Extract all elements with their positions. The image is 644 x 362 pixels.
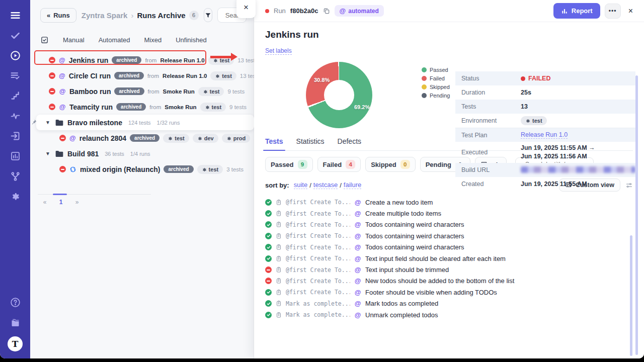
- filter-passed[interactable]: Passed9: [265, 157, 313, 172]
- test-row[interactable]: @first Create To...@Todos containing wei…: [265, 230, 633, 241]
- test-title[interactable]: Todos containing weird characters: [365, 221, 464, 228]
- back-to-runs-button[interactable]: « Runs: [40, 8, 76, 23]
- pulse-icon[interactable]: [9, 110, 21, 122]
- tab-unfinished[interactable]: Unfinished: [176, 36, 206, 44]
- detail-close-button[interactable]: ×: [625, 7, 636, 16]
- tab-defects[interactable]: Defects: [338, 137, 361, 145]
- tag-prod[interactable]: prod: [222, 134, 250, 143]
- test-title[interactable]: Create multiple todo items: [365, 210, 441, 217]
- projects-folder-icon[interactable]: [9, 316, 21, 328]
- test-suite[interactable]: Mark as complete...: [286, 300, 350, 307]
- test-row[interactable]: @first Create To...@Create a new todo it…: [265, 197, 633, 208]
- run-row-teamcity[interactable]: @ Teamcity run archived from Smoke Run t…: [30, 99, 254, 115]
- test-row[interactable]: @first Create To...@Todos containing wei…: [265, 219, 633, 230]
- test-title[interactable]: New todos should be added to the bottom …: [365, 277, 514, 285]
- tab-statistics[interactable]: Statistics: [296, 137, 325, 145]
- build-url-redacted-link[interactable]: [521, 166, 635, 173]
- test-row[interactable]: Mark as complete...@Unmark completed tod…: [265, 309, 633, 320]
- filter-skipped[interactable]: Skipped0: [365, 157, 416, 172]
- test-title[interactable]: Create a new todo item: [365, 199, 433, 206]
- test-row[interactable]: @first Create To...@Todos containing wei…: [265, 242, 633, 253]
- tab-manual[interactable]: Manual: [63, 36, 85, 44]
- run-row-circleci[interactable]: @ Circle CI run archived from Release Ru…: [30, 68, 254, 83]
- report-button[interactable]: Report: [553, 3, 600, 19]
- pagination-next[interactable]: »: [70, 199, 84, 206]
- panel-close-button[interactable]: ×: [236, 0, 256, 18]
- chevron-down-icon[interactable]: ▼: [45, 120, 51, 125]
- tab-tests[interactable]: Tests: [265, 137, 283, 145]
- sort-by-testcase[interactable]: testcase: [313, 181, 338, 189]
- chevron-down-icon[interactable]: ▼: [45, 151, 51, 156]
- test-suite[interactable]: @first Create To...: [286, 278, 350, 285]
- test-suite[interactable]: @first Create To...: [286, 266, 350, 274]
- test-title[interactable]: Unmark completed todos: [365, 311, 438, 319]
- help-icon[interactable]: [9, 296, 21, 308]
- test-row[interactable]: @first Create To...@New todos should be …: [265, 276, 633, 287]
- test-suite[interactable]: @first Create To...: [286, 244, 350, 251]
- tag-test[interactable]: test: [163, 134, 189, 143]
- select-runs-icon[interactable]: [40, 36, 49, 44]
- tag-test[interactable]: test: [200, 103, 226, 112]
- failed-status-icon: [59, 166, 66, 172]
- pagination-page-1[interactable]: 1: [54, 199, 68, 206]
- steps-icon[interactable]: [9, 89, 21, 102]
- analytics-icon[interactable]: [9, 150, 21, 162]
- test-suite[interactable]: @first Create To...: [286, 210, 350, 217]
- test-suite[interactable]: Mark as complete...: [286, 311, 350, 318]
- test-title[interactable]: Text input field should be cleared after…: [365, 255, 506, 262]
- clipboard-icon: [276, 210, 282, 217]
- filter-failed[interactable]: Failed4: [317, 157, 361, 172]
- more-actions-button[interactable]: •••: [605, 4, 621, 19]
- run-row-jenkins[interactable]: @ Jenkins run archived from Release Run …: [30, 52, 254, 68]
- folder-row-build-981[interactable]: ▼ Build 981 36 tests 1/4 runs: [30, 146, 254, 161]
- tag-test[interactable]: test: [197, 165, 223, 174]
- tag-test[interactable]: test: [208, 56, 234, 65]
- tag-test[interactable]: test: [210, 71, 236, 80]
- pagination-prev[interactable]: «: [38, 199, 52, 206]
- user-avatar[interactable]: T: [8, 336, 23, 351]
- run-row-relaunch-2804[interactable]: @ relaunch 2804 archived test dev prod 1…: [30, 130, 254, 146]
- sort-by-suite[interactable]: suite: [294, 181, 307, 189]
- test-row[interactable]: @first Create To...@Text input field sho…: [265, 253, 633, 264]
- branch-icon[interactable]: [9, 170, 21, 182]
- results-donut-chart: 30.8% 69.2%: [306, 62, 372, 128]
- run-row-mixed-origin[interactable]: mixed origin (Relaunch) archived test 3 …: [30, 161, 254, 177]
- test-title[interactable]: Footer should be visible when adding TOD…: [365, 289, 497, 296]
- test-suite[interactable]: @first Create To...: [286, 255, 350, 262]
- import-icon[interactable]: [9, 130, 21, 142]
- folder-row-bravo-milestone[interactable]: ▼ Bravo milestone 124 tests 1/32 runs: [36, 115, 254, 130]
- tag-dev[interactable]: dev: [193, 134, 218, 143]
- set-labels-link[interactable]: Set labels: [265, 47, 292, 55]
- filter-button[interactable]: [204, 8, 212, 22]
- test-suite[interactable]: @first Create To...: [286, 199, 350, 206]
- sort-by-failure[interactable]: failure: [344, 181, 361, 189]
- runs-play-icon[interactable]: [9, 49, 21, 61]
- copy-icon[interactable]: [323, 8, 330, 15]
- panel-scrollbar[interactable]: [635, 75, 638, 355]
- test-row[interactable]: @first Create To...@Create multiple todo…: [265, 208, 633, 219]
- test-title[interactable]: Todos containing weird characters: [365, 232, 464, 240]
- list-check-icon[interactable]: [9, 69, 21, 81]
- test-row[interactable]: @first Create To...@Footer should be vis…: [265, 287, 633, 298]
- tab-automated[interactable]: Automated: [99, 36, 130, 44]
- tag-test[interactable]: test: [198, 87, 224, 96]
- test-title[interactable]: Mark todos as completed: [365, 300, 438, 307]
- test-row[interactable]: @first Create To...@Text input should be…: [265, 264, 633, 275]
- test-title[interactable]: Text input should be trimmed: [365, 266, 449, 274]
- tests-scrollbar[interactable]: [630, 235, 632, 356]
- test-suite[interactable]: @first Create To...: [286, 221, 350, 228]
- test-suite[interactable]: @first Create To...: [286, 232, 350, 239]
- failed-status-icon: [49, 57, 55, 63]
- testplan-link[interactable]: Release Run 1.0: [521, 131, 568, 139]
- breadcrumb-project[interactable]: Zyntra Spark: [82, 11, 128, 20]
- tab-mixed[interactable]: Mixed: [144, 36, 162, 44]
- passed-dot-icon: [422, 67, 427, 72]
- check-icon[interactable]: [9, 29, 21, 41]
- menu-icon[interactable]: [9, 9, 21, 21]
- test-suite[interactable]: @first Create To...: [286, 289, 350, 296]
- test-title[interactable]: Todos containing weird characters: [365, 243, 464, 251]
- settings-gear-icon[interactable]: [9, 190, 21, 202]
- environment-tag[interactable]: test: [521, 116, 547, 125]
- test-row[interactable]: Mark as complete...@Mark todos as comple…: [265, 298, 633, 309]
- run-row-bamboo[interactable]: @ Bamboo run archived from Smoke Run tes…: [30, 83, 254, 99]
